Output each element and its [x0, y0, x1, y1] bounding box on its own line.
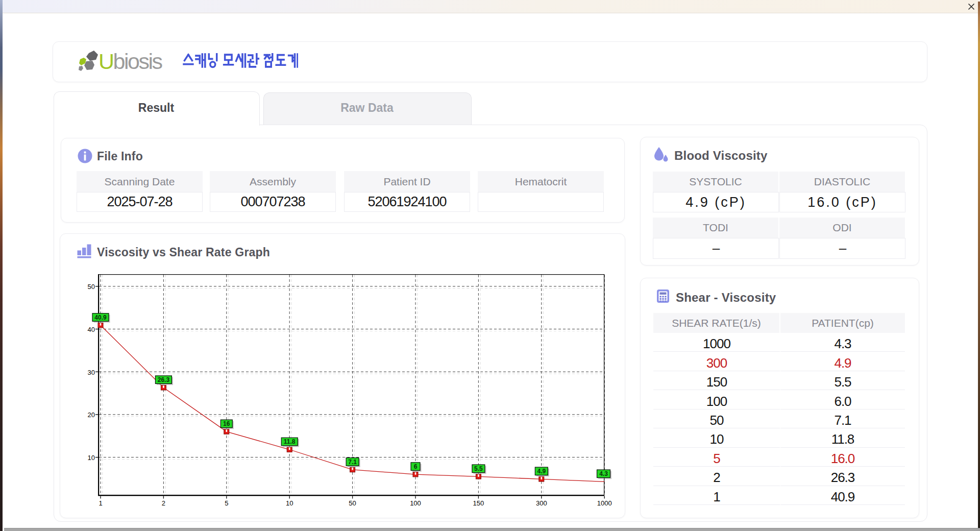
svg-text:26.3: 26.3	[158, 376, 170, 383]
svg-text:4.3: 4.3	[599, 470, 608, 477]
svg-text:7.1: 7.1	[348, 458, 357, 466]
svg-text:5.5: 5.5	[474, 465, 483, 472]
svg-text:5: 5	[225, 499, 228, 507]
svg-text:4.9: 4.9	[537, 468, 546, 475]
svg-text:16: 16	[223, 420, 230, 427]
svg-text:10: 10	[88, 454, 95, 462]
svg-text:20: 20	[88, 411, 95, 419]
svg-text:6: 6	[414, 463, 418, 470]
svg-text:10: 10	[286, 499, 293, 507]
svg-text:150: 150	[473, 499, 484, 507]
svg-text:100: 100	[410, 499, 421, 507]
svg-text:1000: 1000	[597, 499, 612, 507]
svg-text:40.9: 40.9	[94, 314, 107, 321]
svg-text:2: 2	[162, 499, 165, 507]
svg-text:1: 1	[99, 499, 102, 507]
svg-text:300: 300	[536, 499, 547, 507]
svg-text:50: 50	[349, 499, 356, 507]
svg-text:40: 40	[88, 326, 95, 333]
svg-text:11.8: 11.8	[284, 438, 296, 445]
svg-text:50: 50	[88, 283, 95, 291]
svg-text:30: 30	[88, 369, 95, 376]
